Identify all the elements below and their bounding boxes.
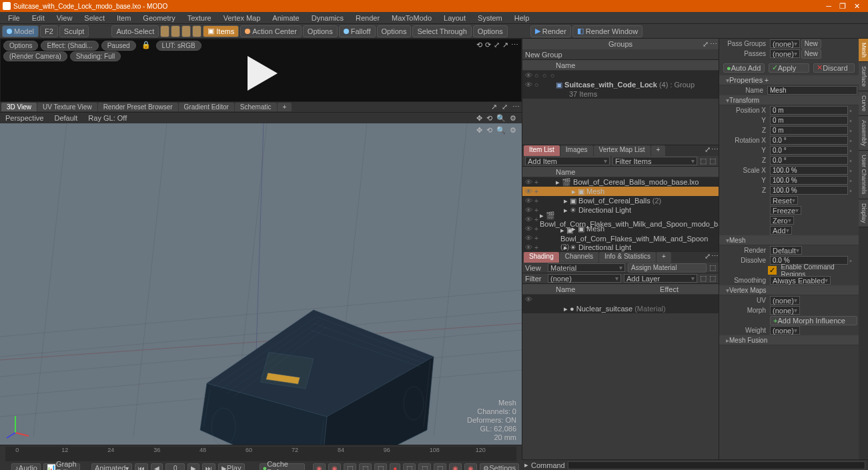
- menu-view[interactable]: View: [51, 13, 78, 23]
- items-button[interactable]: ▣Items: [203, 25, 239, 37]
- sh-menu-icon[interactable]: ⋯: [711, 252, 719, 263]
- mesh-header[interactable]: Mesh: [719, 235, 859, 245]
- rtab-surface[interactable]: Surface: [859, 62, 868, 91]
- sculpt-button[interactable]: Sculpt: [59, 25, 89, 37]
- discard-button[interactable]: ✕ Discard: [813, 63, 855, 73]
- tab-info[interactable]: Info & Statistics: [599, 252, 656, 263]
- passgroups-dd[interactable]: (none): [770, 39, 800, 48]
- posz-input[interactable]: 0 m: [770, 126, 848, 135]
- render-window-button[interactable]: ◧Render Window: [572, 25, 642, 37]
- tl-icon-10[interactable]: ◉: [449, 463, 462, 470]
- vp-icon-3[interactable]: ⋯: [510, 103, 522, 111]
- properties-header[interactable]: Properties +: [719, 75, 859, 85]
- render-dd[interactable]: Default: [770, 246, 802, 255]
- material-dropdown[interactable]: Material: [548, 263, 625, 272]
- morph-dd[interactable]: (none): [770, 306, 800, 315]
- tab-add-2[interactable]: +: [651, 145, 666, 156]
- tab-shading[interactable]: Shading: [524, 252, 559, 263]
- posx-input[interactable]: 0 m: [770, 106, 848, 115]
- vp-move-icon[interactable]: ✥: [476, 114, 482, 123]
- name-input[interactable]: [767, 86, 857, 95]
- tl-icon-6[interactable]: ●: [390, 463, 400, 470]
- menu-vertexmap[interactable]: Vertex Map: [218, 13, 266, 23]
- panel-max-icon[interactable]: ⤢: [703, 40, 709, 49]
- il-btn-2[interactable]: ⬚: [709, 157, 716, 165]
- autoselect-button[interactable]: Auto-Select: [111, 25, 159, 37]
- sclx-input[interactable]: 100.0 %: [770, 166, 848, 175]
- item-row[interactable]: 👁+▸ 🎬 Bowl_of_Cereal_Balls_modo_base.lxo: [522, 177, 719, 187]
- prev-icon-4[interactable]: ↗: [502, 41, 508, 49]
- play-icon[interactable]: [248, 56, 278, 91]
- tab-gradient[interactable]: Gradient Editor: [179, 103, 234, 111]
- timeline-ruler[interactable]: 0 12 24 36 48 60 72 84 96 108 120: [5, 447, 516, 461]
- tab-add-3[interactable]: +: [657, 252, 671, 263]
- assign-material-button[interactable]: Assign Material: [628, 263, 707, 273]
- next-frame-button[interactable]: ▶: [187, 463, 199, 470]
- vp-icon-1[interactable]: ↗: [489, 103, 499, 111]
- maximize-button[interactable]: ❐: [839, 2, 846, 11]
- vp-perspective[interactable]: Perspective: [5, 114, 43, 122]
- prev-icon-5[interactable]: ⋯: [511, 41, 518, 49]
- options-button-2[interactable]: Options: [377, 25, 412, 37]
- vp-gear-icon[interactable]: ⚙: [510, 114, 516, 123]
- rtab-display[interactable]: Display: [859, 199, 868, 228]
- apply-button[interactable]: ✓ Apply: [769, 63, 810, 73]
- tab-channels[interactable]: Channels: [560, 252, 598, 263]
- viewport-3d[interactable]: ✥ ⟲ 🔍 ⚙: [0, 123, 522, 445]
- preview-options[interactable]: Options: [3, 41, 38, 51]
- zero-dd[interactable]: Zero: [770, 216, 794, 225]
- menu-help[interactable]: Help: [509, 13, 535, 23]
- settings-button[interactable]: ⚙ Settings: [480, 463, 519, 470]
- rtab-mesh[interactable]: Mesh: [859, 39, 868, 62]
- graph-editor-button[interactable]: 📊Graph Editor: [43, 463, 80, 470]
- prev-frame-button[interactable]: ◀: [151, 463, 163, 470]
- preview-shading[interactable]: Shading: Full: [70, 51, 121, 61]
- material-row[interactable]: ▸ ● Nuclear_suitcase (Material): [564, 305, 666, 313]
- preview-paused[interactable]: Paused: [101, 41, 136, 51]
- tl-icon-8[interactable]: ⬚: [418, 463, 431, 470]
- menu-animate[interactable]: Animate: [267, 13, 304, 23]
- sel-mode-3[interactable]: [181, 25, 191, 37]
- menu-texture[interactable]: Texture: [182, 13, 217, 23]
- frame-input[interactable]: 0: [165, 463, 185, 470]
- il-menu-icon[interactable]: ⋯: [711, 145, 719, 156]
- add-dd[interactable]: Add: [770, 226, 792, 235]
- tl-icon-5[interactable]: ⬚: [374, 463, 387, 470]
- close-button[interactable]: ✕: [854, 2, 860, 11]
- tab-uv[interactable]: UV Texture View: [37, 103, 97, 111]
- tab-images[interactable]: Images: [560, 145, 593, 156]
- new-passgroup-button[interactable]: New: [801, 39, 821, 49]
- model-button[interactable]: Model: [2, 25, 39, 37]
- menu-geometry[interactable]: Geometry: [137, 13, 180, 23]
- options-button-1[interactable]: Options: [303, 25, 338, 37]
- menu-edit[interactable]: Edit: [27, 13, 50, 23]
- new-pass-button[interactable]: New: [801, 49, 821, 59]
- preview-effect[interactable]: Effect: (Shadi...: [41, 41, 98, 51]
- transform-header[interactable]: Transform: [719, 95, 859, 105]
- vp-rotate-icon[interactable]: ⟲: [486, 114, 492, 123]
- panel-menu-icon[interactable]: ⋯: [710, 40, 717, 49]
- menu-system[interactable]: System: [472, 13, 508, 23]
- passes-dd[interactable]: (none): [770, 49, 800, 58]
- tab-3dview[interactable]: 3D View: [1, 103, 37, 111]
- menu-layout[interactable]: Layout: [438, 13, 471, 23]
- add-item-dropdown[interactable]: Add Item: [525, 157, 610, 165]
- add-morph-button[interactable]: + Add Morph Influence: [770, 316, 857, 325]
- rtab-userch[interactable]: User Channels: [859, 151, 868, 199]
- menu-dynamics[interactable]: Dynamics: [306, 13, 349, 23]
- filter-dropdown[interactable]: (none): [548, 274, 621, 283]
- filter-items-dropdown[interactable]: Filter Items: [612, 157, 697, 165]
- prev-icon-3[interactable]: ⤢: [494, 41, 500, 49]
- smoothing-dd[interactable]: Always Enabled: [770, 276, 831, 285]
- group-item[interactable]: ▣ Suitcase_with_Code_Lock (4) : Group: [556, 81, 695, 89]
- tab-add[interactable]: +: [278, 103, 292, 111]
- last-frame-button[interactable]: ⏭: [202, 463, 215, 470]
- scly-input[interactable]: 100.0 %: [770, 176, 848, 185]
- play-button[interactable]: ▶ Play: [218, 463, 244, 470]
- tab-schematic[interactable]: Schematic: [235, 103, 277, 111]
- vp-tool-gear-icon[interactable]: ⚙: [510, 126, 516, 135]
- rtab-curve[interactable]: Curve: [859, 91, 868, 116]
- item-row[interactable]: 👁+▸ 🎬 Bowl_of_Corn_Flakes_with_Milk_and_…: [522, 215, 719, 224]
- sh-btn-1[interactable]: ⬚: [709, 263, 716, 272]
- fusion-header[interactable]: Mesh Fusion: [719, 335, 859, 345]
